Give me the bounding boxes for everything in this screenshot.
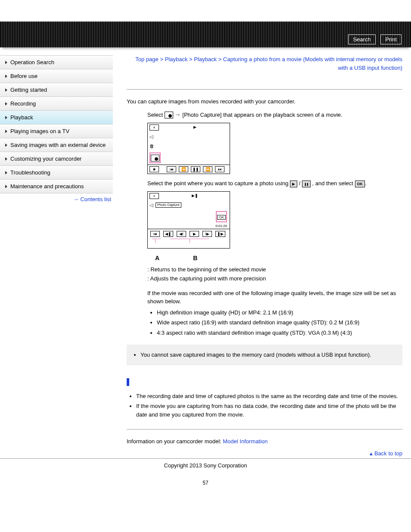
sidebar-item-operation-search[interactable]: Operation Search <box>0 56 113 69</box>
frame-back-icon: ◀I <box>177 231 186 237</box>
step-fwd-icon: ❚▶ <box>215 231 225 237</box>
copyright-text: Copyright 2013 Sony Corporation <box>0 459 411 472</box>
timecode: 0:01:20 <box>215 224 227 229</box>
model-info-pre: Information on your camcorder model: <box>127 438 223 445</box>
step-1: Select → [Photo Capture] that appears on… <box>147 110 402 119</box>
rewind-icon: ⏪ <box>179 166 188 172</box>
forward-icon: ⏩ <box>203 166 212 172</box>
play-icon: ▶ <box>190 231 199 237</box>
speaker-icon: ◁ <box>149 202 153 209</box>
sidebar-item-label: Playback <box>10 114 33 121</box>
quality-item: 4:3 aspect ratio with standard definitio… <box>157 329 402 337</box>
sidebar-item-playing-tv[interactable]: Playing images on a TV <box>0 124 113 138</box>
ok-highlight: OK <box>216 211 227 222</box>
pause-icon <box>302 180 311 187</box>
ok-icon: OK <box>217 215 226 220</box>
up-triangle-icon: ▲ <box>369 451 374 456</box>
contents-list-link[interactable]: Contents list <box>80 196 111 202</box>
header-bar: Search Print <box>0 22 411 47</box>
section-marker-icon <box>127 378 129 386</box>
ok-icon <box>355 180 365 187</box>
play-icon <box>290 180 297 187</box>
next-icon: ⏭ <box>215 166 224 172</box>
note-box: You cannot save captured images to the m… <box>127 345 402 365</box>
trash-icon: 🗑 <box>149 143 154 150</box>
step2-end: . <box>365 180 367 187</box>
model-info-row: Information on your camcorder model: Mod… <box>127 437 402 446</box>
photo-capture-icon <box>165 112 173 118</box>
sidebar-item-label: Recording <box>10 100 36 107</box>
step1-pre: Select <box>147 112 165 118</box>
quality-intro: If the movie was recorded with one of th… <box>147 289 402 306</box>
tip-item: If the movie you are capturing from has … <box>136 402 402 419</box>
breadcrumb: Top page > Playback > Playback > Capturi… <box>127 55 402 72</box>
sidebar-item-label: Operation Search <box>10 59 54 65</box>
photo-capture-icon <box>151 155 159 162</box>
print-button[interactable]: Print <box>380 34 402 44</box>
sidebar-item-troubleshooting[interactable]: Troubleshooting <box>0 166 113 180</box>
close-icon: × <box>149 193 159 199</box>
quality-item: High definition image quality (HD) or MP… <box>157 308 402 317</box>
sidebar-item-label: Before use <box>10 73 37 79</box>
model-information-link[interactable]: Model Information <box>223 438 268 445</box>
sidebar-item-saving-external[interactable]: Saving images with an external device <box>0 138 113 152</box>
step-2: Select the point where you want to captu… <box>147 179 402 188</box>
photo-capture-label-box: Photo Capture <box>156 202 181 208</box>
sidebar: Operation Search Before use Getting star… <box>0 55 113 205</box>
play-pause-icon: ▶❚ <box>192 193 198 199</box>
speaker-icon: ◁ <box>149 133 153 140</box>
prev-icon: ⏮ <box>167 166 176 172</box>
breadcrumb-cat1[interactable]: Playback <box>165 56 188 62</box>
intro-text: You can capture images from movies recor… <box>127 97 402 106</box>
sidebar-item-label: Getting started <box>10 87 47 93</box>
playback-screen-diagram-2: × ▶❚ ◁ Photo Capture OK 0:01:20 ⏮ ◀❚ ◀I <box>147 191 230 249</box>
sidebar-item-label: Playing images on a TV <box>10 128 69 134</box>
sidebar-item-getting-started[interactable]: Getting started <box>0 83 113 97</box>
prev-icon: ⏮ <box>150 231 160 237</box>
legend-b-text: : Adjusts the capturing point with more … <box>147 274 402 283</box>
photo-capture-highlight <box>149 152 161 164</box>
sidebar-item-maintenance[interactable]: Maintenance and precautions <box>0 180 113 193</box>
step2-pre: Select the point where you want to captu… <box>147 180 290 187</box>
stop-icon: ■ <box>149 166 159 172</box>
quality-item: Wide aspect ratio (16:9) with standard d… <box>157 318 402 327</box>
arrow-right-icon: → <box>73 196 78 202</box>
tip-item: The recording date and time of captured … <box>136 392 402 401</box>
sidebar-item-recording[interactable]: Recording <box>0 97 113 111</box>
sidebar-item-label: Maintenance and precautions <box>10 183 84 190</box>
breadcrumb-title[interactable]: Capturing a photo from a movie (Models w… <box>223 56 402 71</box>
legend-a-text: : Returns to the beginning of the select… <box>147 265 402 274</box>
close-icon: × <box>149 124 159 131</box>
legend-letter-b: B <box>193 254 197 263</box>
sidebar-item-customizing[interactable]: Customizing your camcorder <box>0 152 113 166</box>
tips-list: The recording date and time of captured … <box>127 392 402 419</box>
pause-icon: ❚❚ <box>191 166 200 172</box>
search-button[interactable]: Search <box>348 34 375 44</box>
frame-fwd-icon: I▶ <box>202 231 212 237</box>
sidebar-item-label: Saving images with an external device <box>10 142 106 148</box>
playback-screen-diagram-1: ×▶ ◁ 🗑 ■ ⏮ ⏪ ❚❚ ⏩ ⏭ <box>147 123 230 174</box>
page-number: 57 <box>0 472 411 494</box>
sidebar-item-before-use[interactable]: Before use <box>0 69 113 83</box>
step2-post: , and then select <box>312 180 355 187</box>
step1-post: [Photo Capture] that appears on the play… <box>182 112 342 118</box>
back-to-top-link[interactable]: Back to top <box>374 450 402 457</box>
breadcrumb-cat2[interactable]: Playback <box>194 56 217 62</box>
quality-list: High definition image quality (HD) or MP… <box>147 308 402 337</box>
sidebar-item-label: Customizing your camcorder <box>10 156 81 162</box>
sidebar-item-label: Troubleshooting <box>10 169 50 176</box>
play-icon: ▶ <box>193 124 196 131</box>
step-back-icon: ◀❚ <box>163 231 173 237</box>
note-item: You cannot save captured images to the m… <box>140 351 398 359</box>
sidebar-item-playback[interactable]: Playback <box>0 111 113 124</box>
legend-letter-a: A <box>155 254 159 263</box>
step2-mid: / <box>299 180 302 187</box>
arrow-right-icon: → <box>174 111 182 118</box>
breadcrumb-top[interactable]: Top page <box>135 56 159 62</box>
